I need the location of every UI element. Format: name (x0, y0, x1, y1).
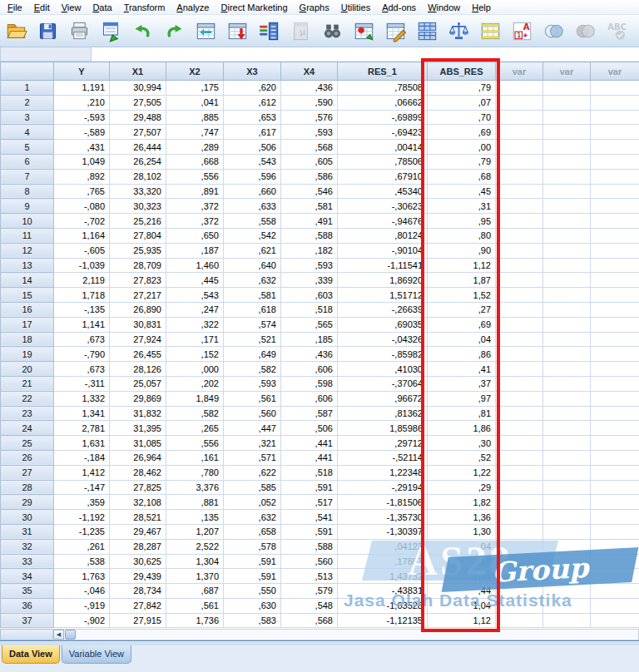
data-cell[interactable]: ,593 (224, 376, 281, 391)
data-cell[interactable]: ,591 (281, 524, 338, 539)
goto-case-icon[interactable] (192, 17, 220, 45)
empty-cell[interactable] (591, 228, 639, 243)
data-cell[interactable]: -,593 (54, 110, 110, 125)
insert-variable-icon[interactable] (382, 17, 409, 45)
data-cell[interactable]: ,161 (166, 450, 224, 465)
row-number[interactable]: 29 (1, 495, 54, 510)
data-cell[interactable]: 25,935 (110, 243, 166, 258)
split-file-icon[interactable] (414, 17, 441, 45)
data-cell[interactable]: 27,924 (110, 332, 166, 347)
save-icon[interactable] (34, 17, 62, 45)
data-cell[interactable]: 2,522 (166, 539, 224, 554)
data-cell[interactable]: 1,049 (54, 154, 110, 169)
data-cell[interactable]: 28,734 (110, 584, 166, 599)
column-header-x4[interactable]: X4 (281, 62, 338, 81)
empty-cell[interactable] (543, 214, 591, 229)
data-cell[interactable]: 1,82 (428, 495, 496, 510)
data-cell[interactable]: ,187 (166, 243, 224, 258)
data-cell[interactable]: ,620 (224, 81, 281, 96)
data-cell[interactable]: ,560 (224, 406, 281, 421)
data-cell[interactable]: ,605 (281, 154, 338, 169)
empty-cell[interactable] (591, 110, 639, 125)
empty-cell[interactable] (591, 214, 639, 229)
data-cell[interactable]: ,372 (166, 214, 224, 229)
data-cell[interactable]: ,261 (54, 539, 110, 554)
empty-cell[interactable] (591, 258, 639, 273)
row-number[interactable]: 25 (1, 436, 54, 451)
data-cell[interactable]: ,541 (281, 510, 338, 525)
data-cell[interactable]: ,247 (166, 302, 224, 317)
empty-cell[interactable] (543, 125, 591, 140)
data-cell[interactable]: 1,86 (428, 421, 496, 436)
data-cell[interactable]: -,69899 (338, 110, 428, 125)
data-cell[interactable]: 28,287 (110, 539, 166, 554)
data-cell[interactable]: 31,395 (110, 421, 166, 436)
data-cell[interactable]: 1,332 (54, 391, 110, 406)
row-number[interactable]: 18 (1, 332, 54, 347)
empty-cell[interactable] (543, 465, 591, 480)
data-cell[interactable]: ,79 (428, 81, 496, 96)
row-number[interactable]: 22 (1, 391, 54, 406)
empty-cell[interactable] (496, 347, 543, 362)
empty-cell[interactable] (591, 539, 639, 554)
empty-cell[interactable] (496, 362, 543, 377)
row-number[interactable]: 33 (1, 554, 54, 569)
data-cell[interactable]: 1,51712 (338, 288, 428, 303)
find-icon[interactable] (319, 17, 346, 45)
use-variable-sets-icon[interactable] (540, 17, 567, 45)
data-cell[interactable]: 27,804 (110, 228, 166, 243)
data-cell[interactable]: 27,505 (110, 95, 166, 110)
empty-cell[interactable] (543, 302, 591, 317)
menu-utilities[interactable]: Utilities (335, 2, 376, 13)
data-cell[interactable]: -,147 (54, 480, 110, 495)
data-cell[interactable]: ,04 (428, 332, 496, 347)
data-cell[interactable]: ,29712 (338, 436, 428, 451)
data-cell[interactable]: ,90 (428, 243, 496, 258)
data-cell[interactable]: ,660 (224, 184, 281, 199)
data-cell[interactable]: ,00414 (338, 140, 428, 155)
row-number[interactable]: 3 (1, 110, 54, 125)
data-cell[interactable]: ,747 (166, 125, 224, 140)
data-cell[interactable]: -1,11541 (338, 258, 428, 273)
empty-cell[interactable] (496, 302, 543, 317)
row-number[interactable]: 30 (1, 510, 54, 525)
data-cell[interactable]: 1,87 (428, 273, 496, 288)
data-cell[interactable]: ,640 (224, 258, 281, 273)
data-cell[interactable]: -,080 (54, 199, 110, 214)
data-cell[interactable]: ,07 (428, 95, 496, 110)
row-number[interactable]: 12 (1, 243, 54, 258)
cell-reference-box[interactable] (0, 47, 92, 62)
empty-cell[interactable] (591, 184, 639, 199)
data-cell[interactable]: 3,376 (166, 480, 224, 495)
undo-icon[interactable] (129, 17, 156, 45)
menu-edit[interactable]: Edit (28, 2, 56, 13)
row-number[interactable]: 1 (1, 81, 54, 96)
data-cell[interactable]: ,576 (281, 110, 338, 125)
data-cell[interactable]: -,29194 (338, 480, 428, 495)
empty-cell[interactable] (543, 184, 591, 199)
data-cell[interactable]: 1,849 (166, 391, 224, 406)
data-cell[interactable]: 1,04 (428, 598, 496, 613)
data-cell[interactable]: 27,825 (110, 480, 166, 495)
menu-add-ons[interactable]: Add-ons (376, 2, 422, 13)
data-cell[interactable]: ,81 (428, 406, 496, 421)
data-cell[interactable]: 1,164 (54, 228, 110, 243)
data-cell[interactable]: -,04326 (338, 332, 428, 347)
data-cell[interactable]: ,556 (166, 436, 224, 451)
row-number[interactable]: 2 (1, 95, 54, 110)
data-cell[interactable]: 26,444 (110, 140, 166, 155)
data-cell[interactable]: ,506 (224, 140, 281, 155)
empty-cell[interactable] (543, 288, 591, 303)
column-header-abs-res[interactable]: ABS_RES (428, 62, 496, 81)
data-cell[interactable]: ,581 (281, 199, 338, 214)
data-cell[interactable]: ,372 (166, 199, 224, 214)
data-cell[interactable]: ,765 (54, 184, 110, 199)
data-cell[interactable]: ,586 (281, 169, 338, 184)
data-cell[interactable]: ,606 (281, 362, 338, 377)
empty-cell[interactable] (543, 436, 591, 451)
data-cell[interactable]: -,605 (54, 243, 110, 258)
data-cell[interactable]: 30,831 (110, 317, 166, 332)
data-cell[interactable]: ,780 (166, 465, 224, 480)
data-cell[interactable]: -1,03528 (338, 598, 428, 613)
empty-cell[interactable] (496, 199, 543, 214)
